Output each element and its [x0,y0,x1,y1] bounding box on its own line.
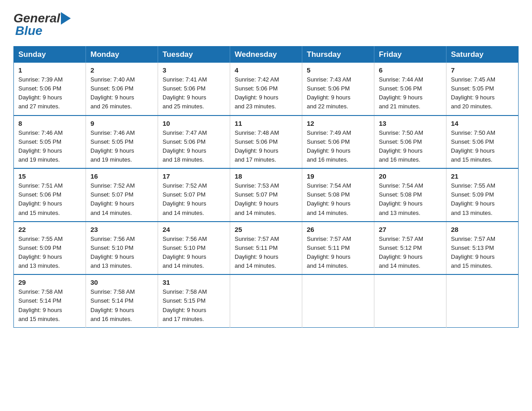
calendar-week-row: 1 Sunrise: 7:39 AMSunset: 5:06 PMDayligh… [14,63,519,116]
day-number: 1 [18,66,81,74]
calendar-cell: 14 Sunrise: 7:50 AMSunset: 5:06 PMDaylig… [446,116,519,169]
day-number: 19 [307,172,369,180]
day-info: Sunrise: 7:44 AMSunset: 5:06 PMDaylight:… [379,76,423,110]
calendar-cell: 27 Sunrise: 7:57 AMSunset: 5:12 PMDaylig… [374,222,446,275]
calendar-cell: 4 Sunrise: 7:42 AMSunset: 5:06 PMDayligh… [230,63,302,116]
calendar-cell: 13 Sunrise: 7:50 AMSunset: 5:06 PMDaylig… [374,116,446,169]
day-number: 12 [307,120,369,127]
day-number: 6 [379,66,442,74]
day-info: Sunrise: 7:42 AMSunset: 5:06 PMDaylight:… [235,76,279,110]
calendar-cell: 22 Sunrise: 7:55 AMSunset: 5:09 PMDaylig… [14,222,86,275]
calendar-cell [374,274,446,327]
page-header: General Blue [13,9,519,38]
day-number: 24 [163,226,225,233]
day-number: 20 [379,172,442,180]
day-info: Sunrise: 7:50 AMSunset: 5:06 PMDaylight:… [451,129,495,163]
day-info: Sunrise: 7:54 AMSunset: 5:08 PMDaylight:… [307,182,351,216]
day-info: Sunrise: 7:43 AMSunset: 5:06 PMDaylight:… [307,76,351,110]
calendar-cell: 17 Sunrise: 7:52 AMSunset: 5:07 PMDaylig… [158,168,230,222]
day-info: Sunrise: 7:39 AMSunset: 5:06 PMDaylight:… [18,76,63,110]
calendar-week-row: 15 Sunrise: 7:51 AMSunset: 5:06 PMDaylig… [14,168,519,222]
calendar-cell: 18 Sunrise: 7:53 AMSunset: 5:07 PMDaylig… [230,168,302,222]
calendar-cell [230,274,302,327]
day-number: 28 [451,226,514,233]
calendar-cell: 1 Sunrise: 7:39 AMSunset: 5:06 PMDayligh… [14,63,86,116]
day-info: Sunrise: 7:57 AMSunset: 5:13 PMDaylight:… [451,235,495,269]
day-number: 30 [90,278,153,286]
day-info: Sunrise: 7:41 AMSunset: 5:06 PMDaylight:… [163,76,207,110]
day-info: Sunrise: 7:55 AMSunset: 5:09 PMDaylight:… [18,235,63,269]
calendar-cell: 12 Sunrise: 7:49 AMSunset: 5:06 PMDaylig… [302,116,374,169]
day-info: Sunrise: 7:49 AMSunset: 5:06 PMDaylight:… [307,129,351,163]
calendar-cell: 8 Sunrise: 7:46 AMSunset: 5:05 PMDayligh… [14,116,86,169]
calendar-cell: 15 Sunrise: 7:51 AMSunset: 5:06 PMDaylig… [14,168,86,222]
day-info: Sunrise: 7:58 AMSunset: 5:15 PMDaylight:… [163,288,207,322]
day-number: 23 [90,226,153,233]
day-info: Sunrise: 7:54 AMSunset: 5:08 PMDaylight:… [379,182,423,216]
day-number: 8 [18,120,81,127]
calendar-week-row: 22 Sunrise: 7:55 AMSunset: 5:09 PMDaylig… [14,222,519,275]
calendar-cell: 5 Sunrise: 7:43 AMSunset: 5:06 PMDayligh… [302,63,374,116]
day-number: 16 [90,172,153,180]
day-number: 4 [235,66,297,74]
col-monday: Monday [86,47,158,63]
day-number: 29 [18,278,81,286]
col-saturday: Saturday [446,47,519,63]
calendar-cell [446,274,519,327]
day-info: Sunrise: 7:56 AMSunset: 5:10 PMDaylight:… [163,235,207,269]
calendar-cell: 3 Sunrise: 7:41 AMSunset: 5:06 PMDayligh… [158,63,230,116]
day-number: 9 [90,120,153,127]
calendar-cell: 20 Sunrise: 7:54 AMSunset: 5:08 PMDaylig… [374,168,446,222]
calendar-cell: 26 Sunrise: 7:57 AMSunset: 5:11 PMDaylig… [302,222,374,275]
calendar-cell: 19 Sunrise: 7:54 AMSunset: 5:08 PMDaylig… [302,168,374,222]
col-thursday: Thursday [302,47,374,63]
day-info: Sunrise: 7:57 AMSunset: 5:11 PMDaylight:… [235,235,279,269]
calendar-cell: 23 Sunrise: 7:56 AMSunset: 5:10 PMDaylig… [86,222,158,275]
day-number: 31 [163,278,225,286]
calendar-table: Sunday Monday Tuesday Wednesday Thursday… [13,46,519,328]
day-number: 11 [235,120,297,127]
calendar-week-row: 8 Sunrise: 7:46 AMSunset: 5:05 PMDayligh… [14,116,519,169]
day-number: 3 [163,66,225,74]
svg-marker-0 [61,12,71,25]
calendar-body: 1 Sunrise: 7:39 AMSunset: 5:06 PMDayligh… [14,63,519,327]
day-info: Sunrise: 7:45 AMSunset: 5:05 PMDaylight:… [451,76,495,110]
day-info: Sunrise: 7:57 AMSunset: 5:11 PMDaylight:… [307,235,351,269]
day-number: 26 [307,226,369,233]
calendar-cell [302,274,374,327]
day-info: Sunrise: 7:48 AMSunset: 5:06 PMDaylight:… [235,129,279,163]
col-sunday: Sunday [14,47,86,63]
day-info: Sunrise: 7:58 AMSunset: 5:14 PMDaylight:… [18,288,63,322]
calendar-cell: 29 Sunrise: 7:58 AMSunset: 5:14 PMDaylig… [14,274,86,327]
calendar-cell: 31 Sunrise: 7:58 AMSunset: 5:15 PMDaylig… [158,274,230,327]
calendar-cell: 7 Sunrise: 7:45 AMSunset: 5:05 PMDayligh… [446,63,519,116]
col-friday: Friday [374,47,446,63]
day-number: 17 [163,172,225,180]
col-wednesday: Wednesday [230,47,302,63]
calendar-cell: 9 Sunrise: 7:46 AMSunset: 5:05 PMDayligh… [86,116,158,169]
calendar-cell: 24 Sunrise: 7:56 AMSunset: 5:10 PMDaylig… [158,222,230,275]
day-info: Sunrise: 7:46 AMSunset: 5:05 PMDaylight:… [18,129,63,163]
logo-arrow-icon [61,12,71,25]
day-info: Sunrise: 7:55 AMSunset: 5:09 PMDaylight:… [451,182,495,216]
day-number: 10 [163,120,225,127]
calendar-week-row: 29 Sunrise: 7:58 AMSunset: 5:14 PMDaylig… [14,274,519,327]
day-info: Sunrise: 7:58 AMSunset: 5:14 PMDaylight:… [90,288,135,322]
day-info: Sunrise: 7:46 AMSunset: 5:05 PMDaylight:… [90,129,135,163]
calendar-cell: 30 Sunrise: 7:58 AMSunset: 5:14 PMDaylig… [86,274,158,327]
day-info: Sunrise: 7:52 AMSunset: 5:07 PMDaylight:… [90,182,135,216]
day-number: 22 [18,226,81,233]
day-number: 5 [307,66,369,74]
calendar-cell: 2 Sunrise: 7:40 AMSunset: 5:06 PMDayligh… [86,63,158,116]
day-number: 18 [235,172,297,180]
day-info: Sunrise: 7:57 AMSunset: 5:12 PMDaylight:… [379,235,423,269]
calendar-cell: 11 Sunrise: 7:48 AMSunset: 5:06 PMDaylig… [230,116,302,169]
day-info: Sunrise: 7:47 AMSunset: 5:06 PMDaylight:… [163,129,207,163]
day-number: 15 [18,172,81,180]
day-number: 25 [235,226,297,233]
logo-blue-line: Blue [13,24,43,38]
calendar-cell: 21 Sunrise: 7:55 AMSunset: 5:09 PMDaylig… [446,168,519,222]
calendar-cell: 6 Sunrise: 7:44 AMSunset: 5:06 PMDayligh… [374,63,446,116]
day-info: Sunrise: 7:56 AMSunset: 5:10 PMDaylight:… [90,235,135,269]
day-info: Sunrise: 7:52 AMSunset: 5:07 PMDaylight:… [163,182,207,216]
